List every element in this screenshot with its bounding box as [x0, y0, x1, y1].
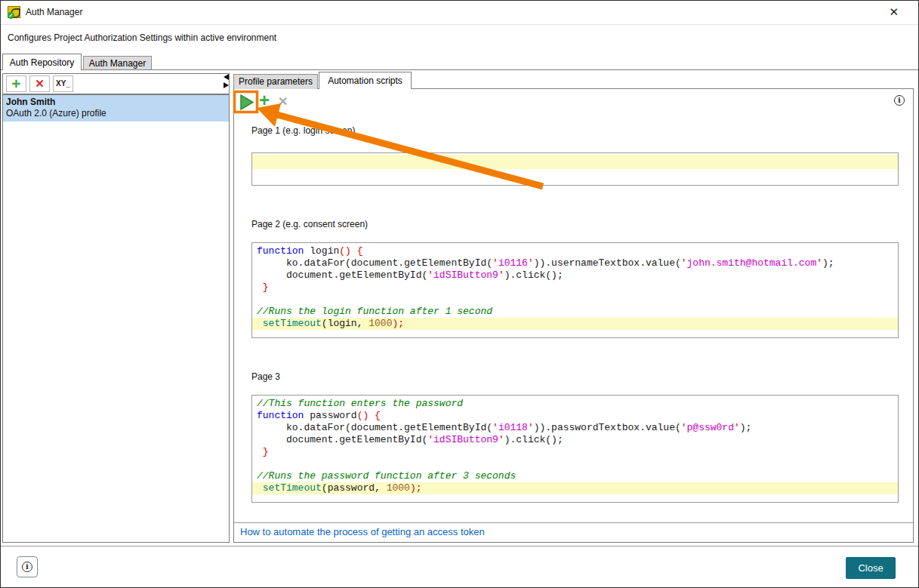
code-line: }	[252, 446, 898, 458]
code-line: function login() {	[252, 245, 898, 257]
code-line: //Runs the password function after 3 sec…	[252, 470, 898, 482]
tab-auth-manager[interactable]: Auth Manager	[83, 56, 152, 70]
delete-icon: ✕	[35, 77, 45, 90]
profile-name: John Smith	[6, 97, 229, 108]
automation-scripts-page: + ✕ i Page 1 (e.g. login screen) Page 2 …	[233, 88, 914, 543]
code-line: document.getElementById('idSIButton9').c…	[252, 434, 898, 446]
help-link-row: How to automate the process of getting a…	[234, 522, 913, 542]
add-profile-button[interactable]: +	[6, 75, 26, 92]
app-icon: ✓	[8, 6, 20, 18]
remove-script-button[interactable]: ✕	[278, 93, 288, 111]
play-icon	[239, 94, 255, 112]
footer-bar: i Close	[1, 546, 918, 587]
code-line	[252, 169, 898, 183]
auth-manager-window: ✓ Auth Manager ✕ Configures Project Auth…	[0, 0, 919, 588]
profile-type: OAuth 2.0 (Azure) profile	[6, 108, 229, 119]
tab-profile-parameters[interactable]: Profile parameters	[233, 74, 318, 89]
info-button[interactable]: i	[17, 556, 38, 577]
script-sections: Page 1 (e.g. login screen) Page 2 (e.g. …	[251, 122, 899, 503]
title-bar: ✓ Auth Manager ✕	[1, 1, 918, 25]
tab-strip-divider	[1, 69, 918, 70]
tab-automation-scripts[interactable]: Automation scripts	[319, 72, 412, 89]
code-line: ko.dataFor(document.getElementById('i011…	[252, 257, 898, 269]
add-script-button[interactable]: +	[259, 90, 270, 111]
plus-icon: +	[259, 90, 270, 110]
splitter-collapse-right-icon[interactable]	[224, 82, 229, 88]
code-line: //Runs the login function after 1 second	[252, 306, 898, 318]
code-line	[252, 155, 898, 169]
code-line	[252, 458, 898, 470]
tab-auth-repository[interactable]: Auth Repository	[2, 54, 82, 70]
script-section-label: Page 2 (e.g. consent screen)	[251, 219, 899, 230]
rename-profile-button[interactable]: XY_	[53, 75, 73, 92]
code-line: setTimeout(password, 1000);	[252, 482, 898, 494]
window-title: Auth Manager	[26, 7, 82, 17]
profile-list: John Smith OAuth 2.0 (Azure) profile	[2, 94, 230, 543]
app-icon-check-badge: ✓	[8, 12, 14, 19]
window-subtitle: Configures Project Authorization Setting…	[8, 32, 276, 43]
script-editor[interactable]: function login() { ko.dataFor(document.g…	[251, 242, 899, 338]
remove-profile-button[interactable]: ✕	[29, 75, 50, 92]
profile-list-toolbar: + ✕ XY_	[2, 73, 230, 94]
howto-access-token-link[interactable]: How to automate the process of getting a…	[240, 526, 485, 537]
info-icon: i	[22, 562, 32, 572]
delete-icon: ✕	[278, 95, 288, 108]
rename-icon: XY_	[56, 79, 70, 88]
plus-icon: +	[11, 75, 20, 92]
code-line: document.getElementById('idSIButton9').c…	[252, 269, 898, 282]
code-line: }	[252, 282, 898, 294]
script-section-label: Page 1 (e.g. login screen)	[251, 125, 899, 137]
code-line: //This function enters the password	[252, 398, 898, 410]
script-section-label: Page 3	[251, 371, 899, 383]
script-editor[interactable]: //This function enters the passwordfunct…	[251, 395, 899, 503]
close-button[interactable]: Close	[846, 557, 896, 579]
code-line: function password() {	[252, 410, 898, 422]
splitter-collapse-left-icon[interactable]	[224, 74, 229, 80]
profile-list-item[interactable]: John Smith OAuth 2.0 (Azure) profile	[3, 95, 229, 122]
info-icon[interactable]: i	[894, 95, 905, 106]
window-close-icon[interactable]: ✕	[889, 5, 899, 19]
run-script-button[interactable]	[239, 94, 255, 112]
code-line	[252, 294, 898, 306]
code-line: ko.dataFor(document.getElementById('i011…	[252, 422, 898, 434]
script-editor[interactable]	[251, 152, 899, 186]
code-line: setTimeout(login, 1000);	[252, 318, 898, 330]
